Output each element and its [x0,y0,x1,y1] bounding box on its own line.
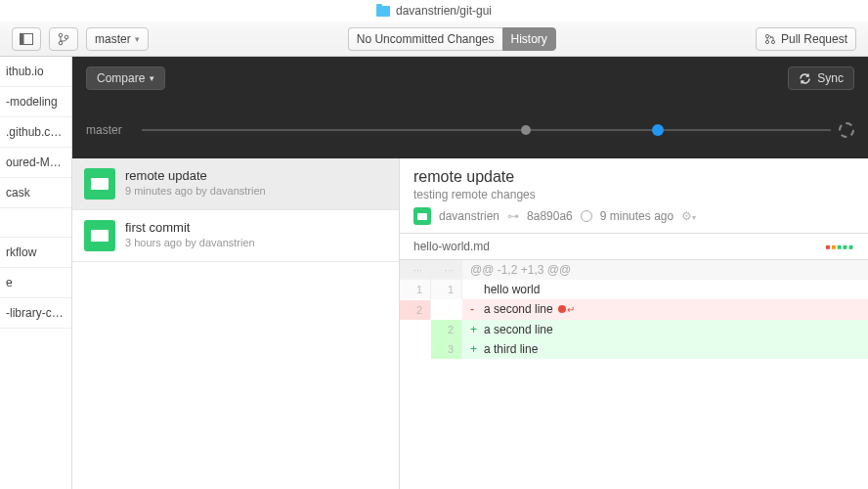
sidebar-separator [0,208,71,238]
commit-avatar-icon [84,168,115,200]
window-titlebar: davanstrien/git-gui [0,0,868,22]
pull-request-label: Pull Request [781,32,847,46]
compare-label: Compare [97,71,145,85]
timeline-branch-label: master [86,123,122,137]
repo-item[interactable]: oured-M… [0,148,71,178]
folder-icon [376,6,390,17]
commit-item[interactable]: remote update9 minutes ago by davanstrie… [72,158,399,210]
timeline-current-dot[interactable] [652,124,664,136]
tab-history[interactable]: History [502,27,556,51]
commit-meta: 3 hours ago by davanstrien [125,237,255,248]
tab-changes[interactable]: No Uncommitted Changes [348,27,502,51]
compare-button[interactable]: Compare ▾ [86,67,165,90]
trailing-whitespace-icon [558,305,566,313]
detail-description: testing remote changes [413,188,854,201]
branch-selector[interactable]: master ▾ [86,27,149,51]
svg-point-2 [59,33,63,37]
repo-item[interactable]: .github.c… [0,117,71,148]
repo-item[interactable]: ithub.io [0,57,71,87]
diff-stat-dots: ■■■■■ [826,243,854,251]
diff-view: ······@@ -1,2 +1,3 @@11 hello world2-a s… [400,260,868,359]
svg-rect-1 [21,33,24,44]
sync-button[interactable]: Sync [788,67,854,90]
diff-line: 3+a third line [400,339,868,359]
detail-time: 9 minutes ago [600,209,673,223]
sync-icon [799,72,811,85]
repo-item[interactable]: -modeling [0,87,71,117]
diff-file-header[interactable]: hello-world.md ■■■■■ [400,233,868,260]
svg-point-3 [59,41,63,45]
diff-line: 2+a second line [400,320,868,339]
sidebar-toggle-button[interactable] [12,27,41,51]
commit-title: first commit [125,220,255,235]
diff-line: 2-a second line ↵ [400,299,868,320]
svg-point-6 [765,40,768,43]
tab-history-label: History [511,32,547,46]
svg-point-7 [771,40,774,43]
repo-item[interactable]: cask [0,178,71,208]
sync-label: Sync [817,71,844,85]
repo-item[interactable]: -library-c… [0,298,71,329]
chevron-down-icon: ▾ [135,34,140,44]
repo-item[interactable]: rkflow [0,238,71,268]
repo-path: davanstrien/git-gui [396,4,492,18]
commit-detail: remote update testing remote changes dav… [400,158,868,489]
caret-down-icon: ▾ [150,73,154,83]
view-segment: No Uncommitted Changes History [348,27,556,51]
diff-line: 11 hello world [400,280,868,299]
svg-point-5 [765,34,768,37]
commit-sha-icon: ⊶ [507,209,519,223]
commit-avatar-icon [84,220,115,251]
clock-icon [581,210,592,222]
detail-author: davanstrien [439,209,499,223]
timeline-head-icon [839,122,854,138]
branch-name: master [95,32,131,46]
tab-changes-label: No Uncommitted Changes [357,32,495,46]
author-avatar-icon [413,207,431,225]
commit-title: remote update [125,168,266,183]
svg-point-4 [65,35,68,39]
diff-hunk-header: ······@@ -1,2 +1,3 @@ [400,260,868,280]
detail-sha[interactable]: 8a890a6 [527,209,573,223]
commit-item[interactable]: first commit3 hours ago by davanstrien [72,210,399,262]
repo-item[interactable]: e [0,268,71,298]
commit-timeline[interactable]: master [86,115,854,145]
timeline-track[interactable] [142,129,831,131]
repo-sidebar: ithub.io-modeling.github.c…oured-M…caskr… [0,57,72,489]
commit-list: remote update9 minutes ago by davanstrie… [72,158,400,489]
gear-icon[interactable]: ⚙︎▾ [681,209,696,223]
timeline-commit-dot[interactable] [521,125,531,135]
history-header: Compare ▾ Sync master [72,57,868,158]
commit-meta: 9 minutes ago by davanstrien [125,185,266,197]
toolbar: master ▾ No Uncommitted Changes History … [0,22,868,57]
detail-title: remote update [413,168,854,186]
diff-filename: hello-world.md [413,240,490,253]
branch-icon-button[interactable] [49,27,78,51]
pull-request-button[interactable]: Pull Request [756,27,856,51]
